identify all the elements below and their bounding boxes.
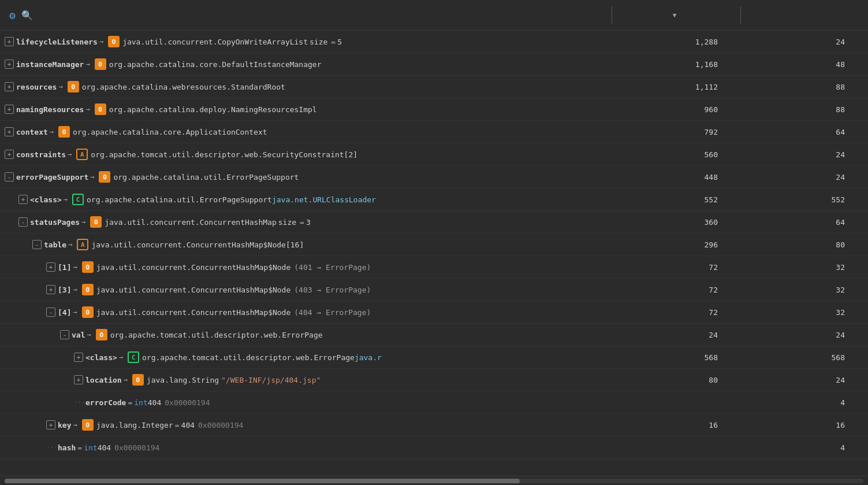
table-row[interactable]: +location → O java.lang.String"/WEB-INF/… bbox=[0, 369, 868, 391]
expand-button[interactable]: + bbox=[46, 285, 55, 294]
scrollbar-thumb[interactable] bbox=[5, 479, 520, 483]
table-row[interactable]: +key → O java.lang.Integer = 4040x000001… bbox=[0, 414, 868, 436]
primitive-value: 404 bbox=[181, 421, 195, 430]
type-badge-o: O bbox=[95, 58, 106, 70]
table-row[interactable]: +context → O org.apache.catalina.core.Ap… bbox=[0, 121, 868, 143]
table-row[interactable]: +constraints → A org.apache.tomcat.util.… bbox=[0, 143, 868, 166]
name-cell: ···errorCode = int 404 0x00000194 bbox=[0, 398, 613, 407]
class-name: org.apache.tomcat.util.descriptor.web.Er… bbox=[110, 331, 323, 339]
expand-button[interactable]: + bbox=[74, 353, 83, 362]
field-name: errorPageSupport bbox=[16, 173, 88, 182]
shallow-size: 24 bbox=[741, 376, 868, 384]
name-cell: +[3] → O java.util.concurrent.Concurrent… bbox=[0, 284, 613, 295]
arrow-icon: → bbox=[90, 173, 94, 181]
shallow-size: 24 bbox=[741, 38, 868, 46]
retained-size: 448 bbox=[613, 173, 741, 182]
collapse-button[interactable]: - bbox=[60, 330, 69, 339]
retained-size: 568 bbox=[613, 353, 741, 362]
table-row[interactable]: +<class> → C org.apache.tomcat.util.desc… bbox=[0, 346, 868, 369]
search-icon[interactable]: 🔍 bbox=[21, 10, 33, 21]
field-name: location bbox=[85, 376, 122, 384]
expand-button[interactable]: + bbox=[74, 375, 83, 384]
table-row[interactable]: +<class> → C org.apache.catalina.util.Er… bbox=[0, 188, 868, 211]
table-row[interactable]: ···errorCode = int 404 0x000001944 bbox=[0, 391, 868, 414]
hex-value: 0x00000194 bbox=[198, 421, 243, 430]
collapse-button[interactable]: - bbox=[46, 308, 55, 317]
shallow-size: 24 bbox=[741, 150, 868, 159]
expand-button[interactable]: + bbox=[46, 262, 55, 272]
type-badge-o: O bbox=[58, 126, 70, 138]
size-keyword: size bbox=[278, 218, 296, 227]
retained-size: 960 bbox=[613, 105, 741, 114]
expand-button[interactable]: + bbox=[5, 82, 14, 91]
class-name: java.lang.String bbox=[147, 376, 219, 384]
class-name: org.apache.catalina.core.ApplicationCont… bbox=[73, 128, 267, 136]
type-badge-o: O bbox=[82, 306, 94, 318]
collapse-button[interactable]: - bbox=[18, 217, 28, 227]
sort-arrow-icon: ▼ bbox=[673, 12, 677, 19]
arrow-icon: → bbox=[87, 331, 91, 339]
retained-size: 360 bbox=[613, 218, 741, 227]
table-row[interactable]: +namingResources → O org.apache.catalina… bbox=[0, 98, 868, 121]
table-row[interactable]: +[3] → O java.util.concurrent.Concurrent… bbox=[0, 279, 868, 301]
size-value: 3 bbox=[306, 218, 311, 227]
table-row[interactable]: +lifecycleListeners → O java.util.concur… bbox=[0, 31, 868, 53]
arrow-icon: → bbox=[68, 240, 72, 249]
arrow-icon: → bbox=[50, 128, 54, 136]
type-badge-o: O bbox=[99, 171, 110, 183]
arrow-icon: → bbox=[99, 38, 103, 46]
collapse-button[interactable]: - bbox=[32, 240, 42, 249]
retained-size: 72 bbox=[613, 308, 741, 317]
expand-button[interactable]: + bbox=[5, 105, 14, 114]
field-name: errorCode bbox=[85, 398, 126, 407]
gear-icon[interactable]: ⚙ bbox=[9, 9, 16, 21]
expand-button[interactable]: + bbox=[5, 127, 14, 136]
table-row[interactable]: ···hash = int 404 0x000001944 bbox=[0, 436, 868, 459]
horizontal-scrollbar[interactable] bbox=[0, 476, 868, 485]
table-row[interactable]: +resources → O org.apache.catalina.webre… bbox=[0, 76, 868, 98]
expand-button[interactable]: + bbox=[46, 420, 55, 430]
size-value: 5 bbox=[337, 38, 342, 46]
arrow-icon: → bbox=[73, 308, 77, 316]
field-name: key bbox=[58, 421, 71, 430]
table-row[interactable]: -errorPageSupport → O org.apache.catalin… bbox=[0, 166, 868, 188]
retained-size: 72 bbox=[613, 263, 741, 272]
shallow-size: 88 bbox=[741, 83, 868, 91]
expand-button[interactable]: + bbox=[18, 195, 28, 204]
table-row[interactable]: -statusPages → O java.util.concurrent.Co… bbox=[0, 211, 868, 234]
equals-sign: = bbox=[331, 38, 336, 46]
arrow-icon: → bbox=[73, 263, 77, 271]
size-keyword: size bbox=[310, 38, 327, 46]
table-row[interactable]: -[4] → O java.util.concurrent.Concurrent… bbox=[0, 301, 868, 324]
scrollbar-track bbox=[5, 479, 863, 483]
table-row[interactable]: -val → O org.apache.tomcat.util.descript… bbox=[0, 324, 868, 346]
class-name: org.apache.tomcat.util.descriptor.web.Er… bbox=[142, 353, 355, 362]
table-header: ⚙ 🔍 ▼ bbox=[0, 0, 868, 31]
type-badge-o: O bbox=[90, 216, 102, 228]
name-cell: +instanceManager → O org.apache.catalina… bbox=[0, 58, 613, 70]
extra-info: (404 → ErrorPage) bbox=[294, 308, 371, 317]
name-cell: +[1] → O java.util.concurrent.Concurrent… bbox=[0, 261, 613, 273]
arrow-icon: → bbox=[124, 376, 128, 384]
leaf-indicator: ··· bbox=[74, 399, 85, 406]
table-row[interactable]: +instanceManager → O org.apache.catalina… bbox=[0, 53, 868, 76]
collapse-button[interactable]: - bbox=[5, 172, 14, 182]
extra-info: (403 → ErrorPage) bbox=[294, 286, 371, 294]
retained-size: 552 bbox=[613, 195, 741, 204]
table-row[interactable]: +[1] → O java.util.concurrent.Concurrent… bbox=[0, 256, 868, 279]
type-badge-o: O bbox=[96, 329, 107, 340]
name-cell: +context → O org.apache.catalina.core.Ap… bbox=[0, 126, 613, 138]
string-value: "/WEB-INF/jsp/404.jsp" bbox=[221, 376, 321, 384]
name-cell: -val → O org.apache.tomcat.util.descript… bbox=[0, 329, 613, 340]
expand-button[interactable]: + bbox=[5, 60, 14, 69]
expand-button[interactable]: + bbox=[5, 37, 14, 46]
arrow-icon: → bbox=[68, 150, 72, 158]
field-name: constraints bbox=[16, 150, 66, 159]
expand-button[interactable]: + bbox=[5, 150, 14, 159]
field-name: table bbox=[44, 240, 66, 249]
name-cell: -statusPages → O java.util.concurrent.Co… bbox=[0, 216, 613, 228]
field-name: <class> bbox=[85, 353, 117, 362]
retained-size: 560 bbox=[613, 150, 741, 159]
retained-column-header[interactable]: ▼ bbox=[612, 12, 740, 19]
table-row[interactable]: -table → A java.util.concurrent.Concurre… bbox=[0, 234, 868, 256]
